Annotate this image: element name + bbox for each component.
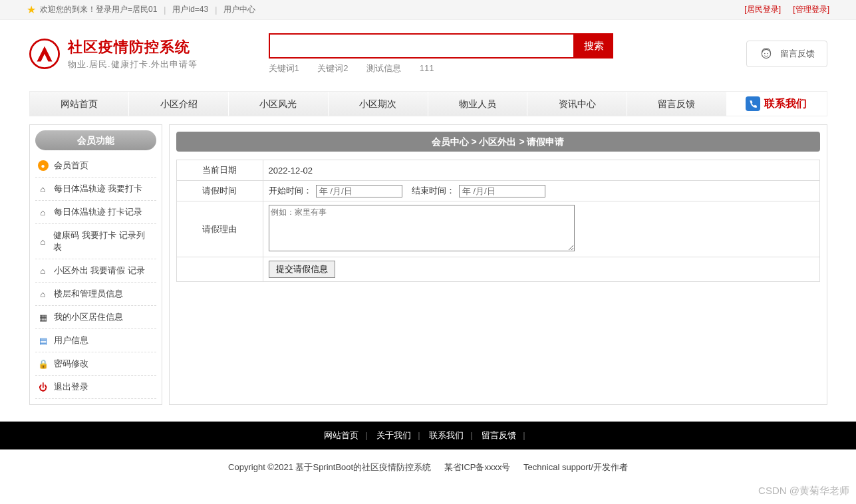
welcome-text: 欢迎您的到来！登录用户=居民01: [40, 4, 157, 15]
nav-home[interactable]: 网站首页: [30, 92, 130, 116]
home-icon: ⌂: [38, 289, 49, 299]
footer-link[interactable]: 留言反馈: [482, 430, 516, 440]
cell-leave-time: 开始时间： 📅 结束时间： 📅: [263, 181, 819, 201]
sidebar-item-label: 每日体温轨迹 我要打卡: [54, 183, 143, 195]
search-box: 搜索: [269, 33, 733, 59]
form-row-time: 请假时间 开始时间： 📅 结束时间： 📅: [176, 181, 819, 201]
home-icon: ⌂: [38, 265, 49, 276]
nav-news[interactable]: 资讯中心: [527, 92, 627, 116]
sidebar-item-label: 楼层和管理员信息: [54, 288, 123, 300]
form-row-reason: 请假理由: [176, 201, 819, 257]
lock-icon: 🔒: [38, 358, 49, 369]
sidebar-item-label: 健康码 我要打卡 记录列表: [53, 229, 153, 253]
sidebar-item-label: 我的小区居住信息: [54, 311, 123, 323]
headset-icon: [759, 47, 774, 61]
home-icon: ⌂: [38, 207, 49, 217]
nav-contact[interactable]: 联系我们: [727, 92, 827, 116]
nav-feedback[interactable]: 留言反馈: [627, 92, 727, 116]
svg-point-3: [767, 53, 768, 55]
icp-text: 某省ICP备xxxx号: [444, 462, 511, 472]
dot-icon: ●: [38, 160, 49, 171]
feedback-button[interactable]: 留言反馈: [746, 41, 827, 67]
search-button[interactable]: 搜索: [575, 33, 613, 59]
end-date-input[interactable]: [459, 185, 545, 197]
logo-wrap: 社区疫情防控系统 物业.居民.健康打卡.外出申请等: [29, 37, 269, 70]
logo-icon: [29, 39, 60, 69]
sidebar-item-label: 用户信息: [54, 334, 88, 346]
nav-staff[interactable]: 物业人员: [428, 92, 528, 116]
user-id-text: 用户id=43: [172, 4, 208, 15]
site-subtitle: 物业.居民.健康打卡.外出申请等: [68, 59, 198, 70]
sidebar-item-temp-signin[interactable]: ⌂ 每日体温轨迹 我要打卡: [35, 178, 156, 201]
footer-link[interactable]: 网站首页: [324, 430, 358, 440]
resident-login-link[interactable]: [居民登录]: [744, 5, 781, 14]
sidebar-item-label: 小区外出 我要请假 记录: [54, 265, 145, 277]
admin-login-link[interactable]: [管理登录]: [793, 5, 829, 14]
doc-icon: ▤: [38, 335, 49, 346]
svg-point-2: [764, 53, 765, 55]
search-keywords: 关键词1 关键词2 测试信息 111: [269, 63, 733, 74]
topbar-right: [居民登录] [管理登录]: [734, 4, 829, 15]
keyword-item[interactable]: 测试信息: [366, 63, 401, 73]
search-input[interactable]: [269, 33, 575, 59]
sidebar-title: 会员功能: [35, 130, 156, 150]
value-current-date: 2022-12-02: [263, 160, 819, 181]
label-reason: 请假理由: [176, 201, 263, 257]
footer-copyright: Copyright ©2021 基于SprintBoot的社区疫情防控系统 某省…: [0, 449, 856, 493]
main-nav: 网站首页 小区介绍 小区风光 小区期次 物业人员 资讯中心 留言反馈 联系我们: [29, 91, 827, 116]
nav-scenery[interactable]: 小区风光: [229, 92, 329, 116]
topbar-left: ★ 欢迎您的到来！登录用户=居民01 | 用户id=43 | 用户中心: [27, 3, 255, 16]
keyword-item[interactable]: 111: [420, 63, 434, 73]
home-icon: ⌂: [38, 236, 49, 247]
sidebar-item-label: 每日体温轨迹 打卡记录: [54, 206, 143, 218]
form-row-submit: 提交请假信息: [176, 257, 819, 282]
user-center-link[interactable]: 用户中心: [223, 4, 255, 15]
topbar: ★ 欢迎您的到来！登录用户=居民01 | 用户id=43 | 用户中心 [居民登…: [0, 0, 856, 20]
feedback-label: 留言反馈: [780, 48, 815, 60]
search-wrap: 搜索 关键词1 关键词2 测试信息 111: [269, 33, 733, 74]
grid-icon: ▦: [38, 312, 49, 322]
leave-form: 当前日期 2022-12-02 请假时间 开始时间： 📅 结束时间： 📅: [176, 160, 820, 282]
sidebar-item-label: 退出登录: [54, 381, 88, 393]
container: 会员功能 ● 会员首页 ⌂ 每日体温轨迹 我要打卡 ⌂ 每日体温轨迹 打卡记录 …: [29, 124, 827, 405]
sidebar-item-residence[interactable]: ▦ 我的小区居住信息: [35, 306, 156, 329]
keyword-item[interactable]: 关键词1: [269, 63, 299, 73]
sidebar-item-floor-admin[interactable]: ⌂ 楼层和管理员信息: [35, 283, 156, 306]
star-icon: ★: [27, 3, 36, 16]
sidebar-item-health-code[interactable]: ⌂ 健康码 我要打卡 记录列表: [35, 224, 156, 259]
sidebar-item-user-info[interactable]: ▤ 用户信息: [35, 329, 156, 352]
breadcrumb: 会员中心 > 小区外出 > 请假申请: [176, 132, 820, 152]
home-icon: ⌂: [38, 184, 49, 194]
end-time-label: 结束时间：: [412, 185, 455, 197]
reason-textarea[interactable]: [269, 205, 575, 251]
sidebar-list: ● 会员首页 ⌂ 每日体温轨迹 我要打卡 ⌂ 每日体温轨迹 打卡记录 ⌂ 健康码…: [35, 154, 156, 399]
footer-link[interactable]: 联系我们: [429, 430, 464, 440]
submit-button[interactable]: 提交请假信息: [269, 261, 335, 278]
copyright-text: Copyright ©2021 基于SprintBoot的社区疫情防控系统: [228, 462, 431, 472]
start-date-input[interactable]: [316, 185, 402, 197]
sidebar-item-temp-log[interactable]: ⌂ 每日体温轨迹 打卡记录: [35, 201, 156, 224]
sidebar-item-home[interactable]: ● 会员首页: [35, 154, 156, 178]
tech-text: Technical support/开发作者: [523, 462, 628, 472]
svg-point-1: [762, 49, 770, 58]
sidebar-item-password[interactable]: 🔒 密码修改: [35, 352, 156, 376]
header: 社区疫情防控系统 物业.居民.健康打卡.外出申请等 搜索 关键词1 关键词2 测…: [29, 20, 827, 81]
site-title: 社区疫情防控系统: [68, 37, 198, 57]
sidebar: 会员功能 ● 会员首页 ⌂ 每日体温轨迹 我要打卡 ⌂ 每日体温轨迹 打卡记录 …: [29, 124, 162, 405]
brand: 社区疫情防控系统 物业.居民.健康打卡.外出申请等: [68, 37, 198, 70]
nav-contact-label: 联系我们: [764, 92, 807, 116]
start-time-label: 开始时间：: [269, 185, 312, 197]
sidebar-item-logout[interactable]: ⏻ 退出登录: [35, 376, 156, 399]
label-current-date: 当前日期: [176, 160, 263, 181]
keyword-item[interactable]: 关键词2: [317, 63, 348, 73]
sidebar-item-label: 会员首页: [54, 160, 88, 172]
main-panel: 会员中心 > 小区外出 > 请假申请 当前日期 2022-12-02 请假时间 …: [169, 124, 827, 405]
sidebar-item-label: 密码修改: [54, 358, 88, 370]
footer-nav: 网站首页| 关于我们| 联系我们| 留言反馈|: [0, 422, 856, 449]
sidebar-item-out-leave[interactable]: ⌂ 小区外出 我要请假 记录: [35, 259, 156, 283]
label-leave-time: 请假时间: [176, 181, 263, 201]
phone-icon: [746, 96, 760, 111]
nav-intro[interactable]: 小区介绍: [129, 92, 229, 116]
footer-link[interactable]: 关于我们: [376, 430, 411, 440]
nav-phase[interactable]: 小区期次: [329, 92, 428, 116]
